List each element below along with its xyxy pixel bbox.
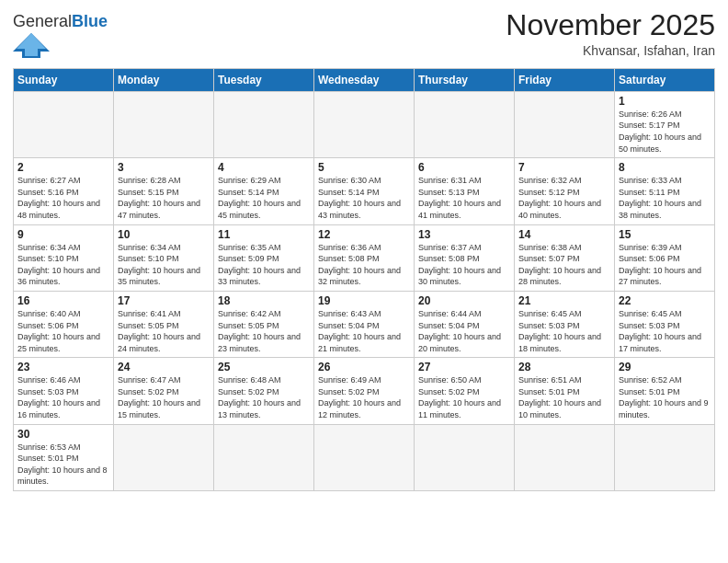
calendar-week-row: 1Sunrise: 6:26 AMSunset: 5:17 PMDaylight… xyxy=(14,91,715,157)
calendar-cell: 15Sunrise: 6:39 AMSunset: 5:06 PMDayligh… xyxy=(615,224,715,291)
calendar-cell: 24Sunrise: 6:47 AMSunset: 5:02 PMDayligh… xyxy=(114,358,214,424)
calendar-cell: 20Sunrise: 6:44 AMSunset: 5:04 PMDayligh… xyxy=(415,291,515,357)
location: Khvansar, Isfahan, Iran xyxy=(506,43,715,58)
calendar-cell xyxy=(14,91,114,157)
day-info: Sunrise: 6:41 AMSunset: 5:05 PMDaylight:… xyxy=(118,308,210,354)
logo: GeneralBlue xyxy=(13,13,108,63)
page: GeneralBlue November 2025 Khvansar, Isfa… xyxy=(0,0,728,563)
day-number: 13 xyxy=(418,228,510,241)
calendar-cell: 7Sunrise: 6:32 AMSunset: 5:12 PMDaylight… xyxy=(515,158,615,224)
col-saturday: Saturday xyxy=(615,68,715,91)
day-info: Sunrise: 6:26 AMSunset: 5:17 PMDaylight:… xyxy=(619,109,711,155)
calendar-cell: 1Sunrise: 6:26 AMSunset: 5:17 PMDaylight… xyxy=(615,91,715,157)
calendar-cell: 29Sunrise: 6:52 AMSunset: 5:01 PMDayligh… xyxy=(615,358,715,424)
calendar-cell xyxy=(515,91,615,157)
col-monday: Monday xyxy=(114,68,214,91)
day-number: 3 xyxy=(118,161,210,174)
calendar-cell: 18Sunrise: 6:42 AMSunset: 5:05 PMDayligh… xyxy=(214,291,314,357)
calendar-cell: 21Sunrise: 6:45 AMSunset: 5:03 PMDayligh… xyxy=(515,291,615,357)
calendar-cell xyxy=(415,91,515,157)
logo-icon xyxy=(13,31,50,59)
day-info: Sunrise: 6:52 AMSunset: 5:01 PMDaylight:… xyxy=(619,374,711,420)
calendar-cell: 22Sunrise: 6:45 AMSunset: 5:03 PMDayligh… xyxy=(615,291,715,357)
day-number: 27 xyxy=(418,361,510,373)
day-number: 26 xyxy=(318,361,410,373)
calendar-week-row: 16Sunrise: 6:40 AMSunset: 5:06 PMDayligh… xyxy=(14,291,715,357)
day-info: Sunrise: 6:44 AMSunset: 5:04 PMDaylight:… xyxy=(418,308,510,354)
day-info: Sunrise: 6:38 AMSunset: 5:07 PMDaylight:… xyxy=(518,242,610,288)
day-info: Sunrise: 6:46 AMSunset: 5:03 PMDaylight:… xyxy=(17,374,109,420)
day-info: Sunrise: 6:29 AMSunset: 5:14 PMDaylight:… xyxy=(218,175,310,221)
day-info: Sunrise: 6:50 AMSunset: 5:02 PMDaylight:… xyxy=(418,374,510,420)
calendar-cell: 23Sunrise: 6:46 AMSunset: 5:03 PMDayligh… xyxy=(14,358,114,424)
day-info: Sunrise: 6:39 AMSunset: 5:06 PMDaylight:… xyxy=(619,242,711,288)
day-info: Sunrise: 6:30 AMSunset: 5:14 PMDaylight:… xyxy=(318,175,410,221)
day-number: 1 xyxy=(619,95,711,108)
day-info: Sunrise: 6:35 AMSunset: 5:09 PMDaylight:… xyxy=(218,242,310,288)
day-number: 12 xyxy=(318,228,410,241)
day-number: 2 xyxy=(17,161,109,174)
calendar-cell xyxy=(214,91,314,157)
day-number: 25 xyxy=(218,361,310,373)
calendar-cell xyxy=(214,424,314,490)
day-info: Sunrise: 6:49 AMSunset: 5:02 PMDaylight:… xyxy=(318,374,410,420)
col-friday: Friday xyxy=(515,68,615,91)
calendar-cell: 5Sunrise: 6:30 AMSunset: 5:14 PMDaylight… xyxy=(314,158,415,224)
calendar-cell xyxy=(114,424,214,490)
col-wednesday: Wednesday xyxy=(314,68,415,91)
day-number: 20 xyxy=(418,294,510,307)
day-number: 6 xyxy=(418,161,510,174)
day-info: Sunrise: 6:28 AMSunset: 5:15 PMDaylight:… xyxy=(118,175,210,221)
calendar-cell xyxy=(314,91,415,157)
day-info: Sunrise: 6:40 AMSunset: 5:06 PMDaylight:… xyxy=(17,308,109,354)
day-number: 7 xyxy=(518,161,610,174)
calendar-cell xyxy=(415,424,515,490)
day-number: 11 xyxy=(218,228,310,241)
title-block: November 2025 Khvansar, Isfahan, Iran xyxy=(506,9,715,58)
day-info: Sunrise: 6:47 AMSunset: 5:02 PMDaylight:… xyxy=(118,374,210,420)
calendar-cell: 17Sunrise: 6:41 AMSunset: 5:05 PMDayligh… xyxy=(114,291,214,357)
calendar: Sunday Monday Tuesday Wednesday Thursday… xyxy=(13,68,715,491)
day-info: Sunrise: 6:34 AMSunset: 5:10 PMDaylight:… xyxy=(17,242,109,288)
col-tuesday: Tuesday xyxy=(214,68,314,91)
day-info: Sunrise: 6:32 AMSunset: 5:12 PMDaylight:… xyxy=(518,175,610,221)
calendar-cell: 16Sunrise: 6:40 AMSunset: 5:06 PMDayligh… xyxy=(14,291,114,357)
day-info: Sunrise: 6:53 AMSunset: 5:01 PMDaylight:… xyxy=(17,442,109,488)
header: GeneralBlue November 2025 Khvansar, Isfa… xyxy=(13,9,715,63)
svg-marker-1 xyxy=(17,33,46,56)
day-number: 19 xyxy=(318,294,410,307)
day-number: 23 xyxy=(17,361,109,373)
calendar-header-row: Sunday Monday Tuesday Wednesday Thursday… xyxy=(14,68,715,91)
day-info: Sunrise: 6:48 AMSunset: 5:02 PMDaylight:… xyxy=(218,374,310,420)
day-number: 15 xyxy=(619,228,711,241)
calendar-cell: 12Sunrise: 6:36 AMSunset: 5:08 PMDayligh… xyxy=(314,224,415,291)
calendar-cell: 28Sunrise: 6:51 AMSunset: 5:01 PMDayligh… xyxy=(515,358,615,424)
day-number: 17 xyxy=(118,294,210,307)
calendar-cell xyxy=(314,424,415,490)
calendar-cell xyxy=(515,424,615,490)
day-info: Sunrise: 6:34 AMSunset: 5:10 PMDaylight:… xyxy=(118,242,210,288)
day-number: 30 xyxy=(17,428,109,441)
day-info: Sunrise: 6:31 AMSunset: 5:13 PMDaylight:… xyxy=(418,175,510,221)
day-number: 29 xyxy=(619,361,711,373)
day-info: Sunrise: 6:43 AMSunset: 5:04 PMDaylight:… xyxy=(318,308,410,354)
day-info: Sunrise: 6:27 AMSunset: 5:16 PMDaylight:… xyxy=(17,175,109,221)
day-info: Sunrise: 6:45 AMSunset: 5:03 PMDaylight:… xyxy=(619,308,711,354)
day-number: 9 xyxy=(17,228,109,241)
calendar-cell xyxy=(615,424,715,490)
day-number: 4 xyxy=(218,161,310,174)
calendar-cell: 25Sunrise: 6:48 AMSunset: 5:02 PMDayligh… xyxy=(214,358,314,424)
day-info: Sunrise: 6:36 AMSunset: 5:08 PMDaylight:… xyxy=(318,242,410,288)
day-info: Sunrise: 6:45 AMSunset: 5:03 PMDaylight:… xyxy=(518,308,610,354)
calendar-cell: 9Sunrise: 6:34 AMSunset: 5:10 PMDaylight… xyxy=(14,224,114,291)
calendar-week-row: 9Sunrise: 6:34 AMSunset: 5:10 PMDaylight… xyxy=(14,224,715,291)
day-info: Sunrise: 6:33 AMSunset: 5:11 PMDaylight:… xyxy=(619,175,711,221)
calendar-cell: 3Sunrise: 6:28 AMSunset: 5:15 PMDaylight… xyxy=(114,158,214,224)
calendar-cell: 2Sunrise: 6:27 AMSunset: 5:16 PMDaylight… xyxy=(14,158,114,224)
calendar-week-row: 30Sunrise: 6:53 AMSunset: 5:01 PMDayligh… xyxy=(14,424,715,490)
calendar-cell: 11Sunrise: 6:35 AMSunset: 5:09 PMDayligh… xyxy=(214,224,314,291)
col-thursday: Thursday xyxy=(415,68,515,91)
calendar-cell: 19Sunrise: 6:43 AMSunset: 5:04 PMDayligh… xyxy=(314,291,415,357)
day-number: 28 xyxy=(518,361,610,373)
day-number: 8 xyxy=(619,161,711,174)
